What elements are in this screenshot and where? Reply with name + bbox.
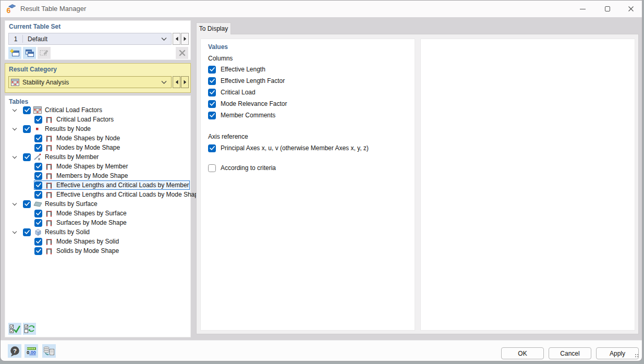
tree-item-content[interactable]: Results by Surface <box>22 199 189 209</box>
checkbox-checked[interactable] <box>23 125 31 133</box>
tree-item-content[interactable]: Results by Solid <box>22 227 189 237</box>
export-result-tables-button[interactable] <box>42 344 56 358</box>
chevron-down-icon[interactable] <box>9 110 20 111</box>
frame-icon <box>44 248 54 254</box>
checkbox-checked[interactable] <box>23 153 31 161</box>
maximize-button[interactable] <box>596 1 619 17</box>
invert-table-selection-button[interactable] <box>23 323 36 335</box>
checkbox-checked[interactable] <box>208 100 216 108</box>
cancel-button[interactable]: Cancel <box>549 347 591 359</box>
checkbox-checked[interactable] <box>208 144 216 152</box>
result-category-dropdown[interactable]: Stability Analysis <box>8 76 172 88</box>
tree-item[interactable]: Mode Shapes by Node <box>5 134 190 143</box>
tree-item-content[interactable]: Nodes by Mode Shape <box>34 143 189 152</box>
new-table-set-button[interactable] <box>8 47 21 59</box>
help-button[interactable]: ? <box>8 344 21 358</box>
tab-to-display[interactable]: To Display <box>196 22 231 34</box>
checkbox-checked[interactable] <box>208 89 216 96</box>
column-option[interactable]: Effective Length <box>208 64 287 75</box>
chevron-down-icon[interactable] <box>9 203 20 205</box>
checkbox-checked[interactable] <box>208 112 216 119</box>
checkbox-checked[interactable] <box>208 77 216 85</box>
tree-item-content[interactable]: Solids by Mode Shape <box>34 246 189 256</box>
tree-item-content[interactable]: Mode Shapes by Member <box>34 162 189 171</box>
tree-item-content[interactable]: Results by Member <box>22 152 189 162</box>
column-option[interactable]: Mode Relevance Factor <box>208 98 287 110</box>
checkbox-checked[interactable] <box>23 106 31 114</box>
tree-item[interactable]: Results by Surface <box>5 199 190 209</box>
tree-item[interactable]: Nodes by Mode Shape <box>5 143 190 152</box>
tree-item[interactable]: Results by Node <box>5 124 190 134</box>
copy-table-set-button[interactable] <box>23 47 36 59</box>
frame-icon <box>44 144 54 151</box>
criteria-option[interactable]: According to criteria <box>208 162 276 174</box>
chevron-down-icon[interactable] <box>9 232 20 233</box>
previous-table-set-button[interactable] <box>173 33 180 45</box>
chevron-down-icon <box>161 81 167 84</box>
ok-button[interactable]: OK <box>501 347 544 359</box>
checkbox-checked[interactable] <box>208 66 216 74</box>
chevron-down-icon[interactable] <box>9 128 20 130</box>
tree-item[interactable]: Mode Shapes by Solid <box>5 237 190 246</box>
column-option[interactable]: Critical Load <box>208 87 287 98</box>
tree-item-content[interactable]: Members by Mode Shape <box>34 171 189 180</box>
tree-item-content[interactable]: Critical Load Factors <box>34 115 189 124</box>
rename-table-set-button[interactable] <box>38 47 51 59</box>
tree-item[interactable]: Surfaces by Mode Shape <box>5 218 190 227</box>
checkbox-checked[interactable] <box>34 247 42 255</box>
close-button[interactable] <box>619 1 642 17</box>
apply-button[interactable]: Apply <box>596 347 639 359</box>
checkbox-unchecked[interactable] <box>208 164 216 172</box>
tree-item-selected[interactable]: Effective Lengths and Critical Loads by … <box>34 180 190 190</box>
checkbox-checked[interactable] <box>34 116 42 124</box>
checkbox-checked[interactable] <box>34 172 42 180</box>
checkbox-checked[interactable] <box>23 228 31 236</box>
select-all-tables-button[interactable] <box>8 323 21 335</box>
tree-item[interactable]: Solids by Mode Shape <box>5 246 190 256</box>
delete-table-set-button[interactable] <box>176 47 188 59</box>
checkbox-checked[interactable] <box>34 181 42 189</box>
checkbox-checked[interactable] <box>34 135 42 142</box>
checkbox-checked[interactable] <box>34 219 42 227</box>
tree-item-content[interactable]: Mode Shapes by Solid <box>34 237 189 246</box>
minimize-icon <box>580 9 586 9</box>
chevron-down-icon[interactable] <box>9 156 20 158</box>
previous-category-button[interactable] <box>173 76 180 88</box>
tree-item-content[interactable]: Surfaces by Mode Shape <box>34 218 189 227</box>
title-bar[interactable]: 6 Result Table Manager <box>1 1 642 17</box>
tree-item-content[interactable]: Mode Shapes by Surface <box>34 209 189 218</box>
new-table-set-icon <box>10 49 20 57</box>
tree-item[interactable]: Mode Shapes by Surface <box>5 209 190 218</box>
table-set-dropdown[interactable]: 1 Default <box>8 33 172 45</box>
axis-reference-option[interactable]: Principal Axes x, u, v (otherwise Member… <box>208 142 369 154</box>
tree-item-content[interactable]: Mode Shapes by Node <box>34 134 189 143</box>
tree-item-label: Critical Load Factors <box>45 106 102 114</box>
checkbox-checked[interactable] <box>34 238 42 246</box>
tree-item[interactable]: Effective Lengths and Critical Loads by … <box>5 180 190 190</box>
next-category-button[interactable] <box>181 76 189 88</box>
resize-grip[interactable] <box>635 354 639 358</box>
tree-item[interactable]: Results by Solid <box>5 227 190 237</box>
tree-item[interactable]: Critical Load Factors <box>5 115 190 124</box>
tree-item[interactable]: Critical Load Factors <box>5 105 190 115</box>
column-option[interactable]: Effective Length Factor <box>208 75 287 87</box>
tree-item-content[interactable]: Effective Lengths and Critical Loads by … <box>34 190 202 199</box>
invert-selection-icon <box>24 324 35 333</box>
checkbox-checked[interactable] <box>23 200 31 208</box>
minimize-button[interactable] <box>571 1 594 17</box>
tree-item-content[interactable]: Results by Node <box>22 124 189 134</box>
checkbox-checked[interactable] <box>34 163 42 171</box>
tree-item[interactable]: Effective Lengths and Critical Loads by … <box>5 190 190 199</box>
checkbox-checked[interactable] <box>34 210 42 217</box>
next-table-set-button[interactable] <box>181 33 189 45</box>
tree-item[interactable]: Results by Member <box>5 152 190 162</box>
preview-panel <box>420 39 635 331</box>
checkbox-checked[interactable] <box>34 144 42 152</box>
tree-item[interactable]: Mode Shapes by Member <box>5 162 190 171</box>
decimal-places-button[interactable]: 0.00 <box>25 344 38 358</box>
checkbox-checked[interactable] <box>34 191 42 199</box>
tree-item-content[interactable]: Critical Load Factors <box>22 105 189 115</box>
column-option[interactable]: Member Comments <box>208 110 287 121</box>
stability-analysis-icon <box>11 79 19 86</box>
tree-item[interactable]: Members by Mode Shape <box>5 171 190 180</box>
